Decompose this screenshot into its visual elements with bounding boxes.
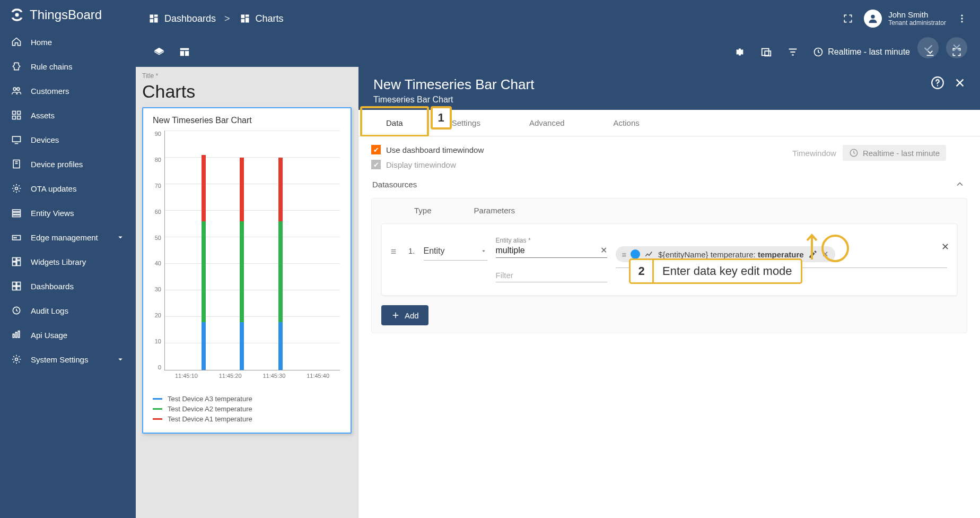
gear-icon[interactable]: [733, 46, 746, 58]
tab-settings[interactable]: Settings: [427, 110, 505, 136]
remove-key-icon[interactable]: ✕: [822, 249, 829, 259]
sidebar-item-edge-management[interactable]: Edge management: [0, 225, 136, 249]
content: Title * Charts New Timeseries Bar Chart …: [136, 67, 980, 518]
entity-alias-field[interactable]: Entity alias * multiple ✕: [496, 235, 607, 258]
remove-datasource-icon[interactable]: ✕: [941, 241, 949, 253]
sidebar-item-label: Device profiles: [31, 160, 83, 169]
tab-advanced[interactable]: Advanced: [505, 110, 589, 136]
view-icon: [11, 207, 22, 219]
tab-data[interactable]: Data1: [362, 110, 427, 136]
sidebar-item-label: Entity Views: [31, 209, 74, 218]
audit-icon: [11, 305, 22, 316]
svg-rect-20: [13, 282, 16, 286]
sidebar-item-label: System Settings: [31, 355, 88, 364]
timewindow-label: Timewindow: [792, 149, 836, 158]
x-tick: 11:45:10: [175, 373, 198, 385]
svg-rect-33: [241, 15, 244, 19]
bar-segment: [240, 158, 244, 221]
svg-rect-16: [13, 258, 16, 262]
drag-handle-icon[interactable]: ≡: [622, 250, 627, 259]
entity-aliases-icon[interactable]: [760, 46, 773, 58]
chart-surface: 9080706050403020100 11:45:1011:45:2011:4…: [148, 131, 345, 385]
sidebar-item-label: Assets: [31, 111, 55, 120]
sidebar-item-rule-chains[interactable]: Rule chains: [0, 54, 136, 79]
help-icon[interactable]: [930, 75, 945, 90]
timewindow-button[interactable]: Realtime - last minute: [813, 47, 910, 57]
flow-icon: [11, 61, 22, 72]
sidebar-item-system-settings[interactable]: System Settings: [0, 347, 136, 372]
timeseries-icon: [644, 249, 654, 259]
sidebar-item-devices[interactable]: Devices: [0, 127, 136, 152]
chevron-down-icon: [116, 232, 125, 242]
legend-label: Test Device A1 temperature: [168, 415, 252, 423]
tab-actions[interactable]: Actions: [589, 110, 664, 136]
main: Dashboards > Charts John Smith Tenant ad…: [136, 0, 980, 518]
row-index: 1.: [408, 235, 415, 255]
checkbox-checked-icon: ✔: [371, 160, 381, 169]
legend-item: Test Device A3 temperature: [153, 395, 345, 403]
grid-icon[interactable]: [178, 46, 191, 58]
svg-point-28: [15, 358, 18, 361]
sidebar: ThingsBoard HomeRule chainsCustomersAsse…: [0, 0, 136, 518]
type-select[interactable]: Entity: [424, 242, 487, 261]
widget-preview[interactable]: New Timeseries Bar Chart 908070605040302…: [142, 107, 352, 434]
breadcrumb-sep: >: [224, 13, 230, 24]
dashboard-title[interactable]: Charts: [142, 81, 352, 102]
sidebar-item-label: Widgets Library: [31, 257, 86, 266]
editor-header: New Timeseries Bar Chart Timeseries Bar …: [358, 67, 980, 110]
sidebar-item-entity-views[interactable]: Entity Views: [0, 201, 136, 225]
svg-point-1: [13, 88, 16, 90]
cancel-button[interactable]: [946, 37, 967, 58]
x-axis: 11:45:1011:45:2011:45:3011:45:40: [164, 373, 340, 385]
field-value: multiple: [496, 246, 525, 255]
sidebar-item-ota-updates[interactable]: OTA updates: [0, 176, 136, 201]
user-menu[interactable]: John Smith Tenant administrator: [864, 10, 946, 28]
svg-rect-18: [17, 261, 21, 265]
filter-icon[interactable]: [786, 46, 799, 58]
sidebar-item-label: Edge management: [31, 233, 98, 242]
sidebar-item-customers[interactable]: Customers: [0, 79, 136, 103]
kebab-icon[interactable]: [956, 12, 968, 25]
device-icon: [11, 134, 22, 145]
add-datasource-button[interactable]: Add: [381, 305, 428, 325]
chevron-up-icon[interactable]: [953, 178, 966, 191]
sidebar-item-dashboards[interactable]: Dashboards: [0, 274, 136, 298]
bar-segment: [202, 322, 206, 370]
sidebar-item-api-usage[interactable]: Api Usage: [0, 323, 136, 347]
sidebar-item-assets[interactable]: Assets: [0, 103, 136, 127]
avatar-icon: [864, 10, 882, 28]
svg-rect-34: [245, 15, 249, 17]
sidebar-item-audit-logs[interactable]: Audit Logs: [0, 298, 136, 323]
svg-rect-43: [185, 51, 189, 56]
editor-tabs: Data1SettingsAdvancedActions: [358, 110, 980, 136]
sidebar-item-label: OTA updates: [31, 184, 76, 193]
drag-handle-icon[interactable]: ≡: [387, 235, 400, 257]
clear-icon[interactable]: ✕: [600, 245, 607, 255]
filter-field[interactable]: Filter: [496, 265, 607, 282]
layers-icon[interactable]: [153, 46, 165, 58]
sidebar-item-label: Audit Logs: [31, 306, 68, 315]
fullscreen-icon[interactable]: [842, 12, 854, 25]
svg-point-2: [17, 88, 20, 90]
callout-1-border: [360, 106, 429, 137]
sidebar-item-widgets-library[interactable]: Widgets Library: [0, 249, 136, 274]
breadcrumb-current[interactable]: Charts: [239, 12, 284, 25]
x-tick: 11:45:40: [307, 373, 329, 385]
datasources-section: Datasources Type Parameters ≡ 1. Entity: [371, 175, 967, 333]
dash-icon: [11, 280, 22, 292]
title-field-label: Title *: [142, 72, 352, 80]
sidebar-item-home[interactable]: Home: [0, 30, 136, 54]
editor-subtitle: Timeseries Bar Chart: [373, 95, 965, 105]
close-icon[interactable]: [952, 75, 967, 90]
brand-logo-icon: [10, 7, 24, 22]
display-timewindow-checkbox: ✔ Display timewindow: [371, 160, 967, 169]
sidebar-item-device-profiles[interactable]: Device profiles: [0, 152, 136, 176]
svg-rect-10: [13, 210, 21, 211]
sidebar-item-label: Devices: [31, 135, 59, 144]
bar-segment: [278, 322, 283, 370]
breadcrumb-root[interactable]: Dashboards: [147, 12, 216, 25]
callout-text: Enter data key edit mode: [654, 260, 801, 282]
gear-icon: [11, 353, 22, 365]
col-parameters: Parameters: [474, 206, 515, 215]
apply-button[interactable]: [917, 37, 939, 58]
